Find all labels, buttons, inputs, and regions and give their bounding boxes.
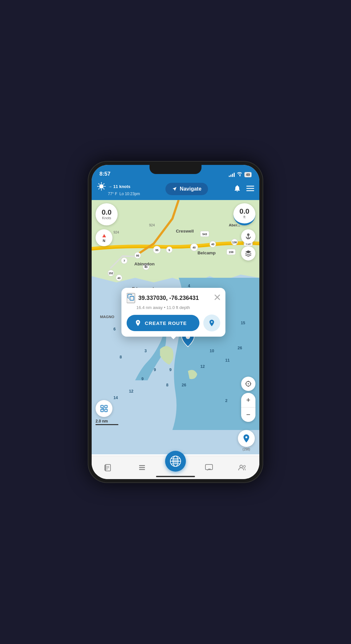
route-arrow-icon: [135, 319, 142, 327]
bottom-right-buttons: + −: [241, 377, 255, 422]
svg-text:159: 159: [229, 250, 234, 254]
svg-text:10: 10: [210, 349, 214, 353]
svg-rect-89: [139, 465, 145, 466]
locate-icon: [245, 380, 252, 387]
svg-text:4: 4: [188, 284, 190, 288]
speed-widget: 0.0 Knots: [96, 203, 118, 225]
nav-logbook[interactable]: [92, 464, 125, 472]
svg-rect-75: [105, 405, 107, 408]
anchor-icon: [245, 233, 252, 240]
svg-text:5: 5: [168, 248, 170, 252]
svg-text:MAGNO: MAGNO: [100, 315, 114, 319]
map-container[interactable]: 95 40 40 7 5 40 136 95 152 40 Creswell B…: [92, 200, 259, 454]
svg-rect-71: [130, 296, 134, 300]
navigate-arrow-icon: [172, 186, 177, 192]
svg-text:7: 7: [124, 259, 125, 262]
svg-text:11: 11: [225, 358, 230, 363]
svg-text:6: 6: [113, 327, 116, 331]
svg-text:152: 152: [109, 272, 113, 275]
globe-icon: [169, 455, 182, 468]
phone-frame: 8:57 49: [88, 161, 263, 483]
bottom-pin-widget: (298): [238, 430, 255, 451]
zoom-out-button[interactable]: −: [241, 408, 255, 422]
nav-chat[interactable]: [192, 464, 226, 472]
status-time: 8:57: [99, 171, 110, 177]
bottom-left-controls: 2.0 nm: [96, 400, 118, 425]
scale-bar: 2.0 nm: [96, 419, 118, 425]
signal-bars-icon: [229, 172, 235, 177]
svg-text:40: 40: [193, 246, 196, 249]
svg-text:26: 26: [238, 346, 242, 350]
svg-text:136: 136: [232, 241, 237, 244]
svg-rect-76: [105, 409, 107, 412]
home-indicator: [156, 476, 195, 477]
notch: [150, 165, 202, 174]
svg-line-7: [103, 184, 104, 184]
svg-point-0: [99, 184, 103, 188]
svg-text:95: 95: [136, 254, 139, 257]
bookmark-button[interactable]: [203, 315, 220, 331]
weather-info: → 11 knots 77° F Lo 10:23pm: [97, 182, 140, 196]
svg-text:9: 9: [169, 368, 172, 372]
bell-button[interactable]: [233, 184, 241, 194]
svg-text:26: 26: [182, 383, 186, 387]
navigate-button[interactable]: Navigate: [165, 183, 208, 195]
svg-rect-91: [139, 469, 145, 470]
depth-value: 0.0: [240, 208, 250, 215]
battery-icon: 49: [244, 172, 252, 177]
list-icon: [138, 464, 146, 472]
close-icon: [214, 294, 220, 300]
sun-icon: [97, 182, 106, 191]
status-icons: 49: [229, 172, 252, 177]
copy-button[interactable]: [127, 293, 135, 303]
edit-button[interactable]: [96, 400, 112, 417]
phone-inner: 8:57 49: [92, 165, 259, 479]
svg-point-79: [248, 383, 249, 384]
menu-button[interactable]: [246, 184, 254, 194]
popup-coords-row: 39.337030, -76.236431: [127, 293, 220, 303]
scale-line: [96, 424, 118, 425]
zoom-in-button[interactable]: +: [241, 393, 255, 407]
svg-text:Abingdon: Abingdon: [134, 262, 154, 266]
svg-text:12: 12: [129, 389, 134, 394]
nav-users[interactable]: [226, 464, 259, 472]
svg-text:543: 543: [202, 233, 207, 236]
svg-text:40: 40: [211, 243, 214, 246]
svg-text:Creswell: Creswell: [176, 229, 194, 234]
svg-rect-90: [139, 467, 145, 468]
pin-icon: [208, 319, 216, 327]
wifi-icon: [237, 172, 242, 177]
svg-rect-9: [246, 186, 254, 187]
svg-point-98: [240, 465, 242, 468]
svg-text:8: 8: [166, 383, 168, 387]
app-header: → 11 knots 77° F Lo 10:23pm Navigate: [92, 179, 259, 200]
wind-text: → 11 knots: [108, 184, 130, 189]
compass-needle-icon: 🔺: [100, 233, 108, 239]
svg-rect-10: [246, 188, 254, 189]
close-button[interactable]: [214, 294, 220, 302]
locate-button[interactable]: [241, 377, 255, 391]
create-route-button[interactable]: CREATE ROUTE: [127, 315, 200, 331]
svg-rect-74: [101, 405, 103, 408]
layers-icon: [245, 250, 252, 257]
popup-distance: 16.4 nm away • 11.0 ft depth: [136, 305, 220, 310]
svg-line-6: [103, 188, 104, 189]
nav-list[interactable]: [125, 464, 159, 472]
svg-text:40: 40: [117, 276, 121, 280]
popup-coordinates: 39.337030, -76.236431: [138, 295, 211, 302]
globe-button[interactable]: [165, 451, 186, 472]
svg-text:15: 15: [241, 321, 245, 325]
popup-actions: CREATE ROUTE: [127, 315, 220, 331]
svg-text:Belcamp: Belcamp: [198, 250, 216, 255]
svg-line-8: [99, 188, 99, 189]
anchor-button[interactable]: [241, 229, 255, 244]
bottom-pin-icon: [241, 434, 251, 443]
svg-rect-11: [246, 190, 254, 191]
svg-text:8: 8: [120, 355, 122, 359]
header-icons: [233, 184, 254, 194]
svg-text:2: 2: [225, 398, 228, 403]
svg-point-70: [248, 234, 249, 235]
layers-button[interactable]: [241, 246, 255, 261]
nav-globe[interactable]: [159, 451, 192, 472]
svg-text:95: 95: [155, 248, 159, 252]
